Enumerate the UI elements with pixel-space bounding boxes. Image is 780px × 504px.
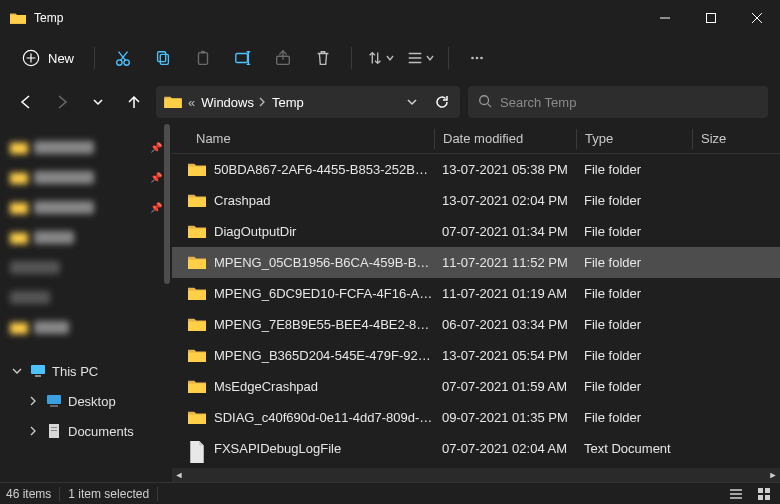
sidebar-this-pc[interactable]: This PC: [0, 356, 172, 386]
file-date: 13-07-2021 05:38 PM: [434, 162, 576, 177]
refresh-button[interactable]: [430, 88, 454, 116]
maximize-button[interactable]: [688, 0, 734, 36]
more-button[interactable]: [459, 42, 495, 74]
file-type: File folder: [576, 317, 692, 332]
file-row[interactable]: MPENG_7E8B9E55-BEE4-4BE2-819D-8BEF…06-07…: [172, 309, 780, 340]
quick-access-item[interactable]: 📌: [0, 132, 172, 162]
breadcrumb-label: Temp: [272, 95, 304, 110]
file-row[interactable]: 50BDA867-2AF6-4455-B853-252B8E414777…13-…: [172, 154, 780, 185]
minimize-button[interactable]: [642, 0, 688, 36]
scroll-left-icon[interactable]: ◄: [172, 468, 186, 482]
file-type: File folder: [576, 379, 692, 394]
breadcrumb-segment[interactable]: Windows: [201, 95, 266, 110]
copy-button[interactable]: [145, 42, 181, 74]
main-area: 📌 📌 📌 This PC Desktop Documents: [0, 124, 780, 482]
up-button[interactable]: [120, 88, 148, 116]
svg-point-2: [117, 60, 122, 65]
cut-button[interactable]: [105, 42, 141, 74]
file-row[interactable]: MPENG_05CB1956-B6CA-459B-B7DC-0F…11-07-2…: [172, 247, 780, 278]
file-row[interactable]: DiagOutputDir07-07-2021 01:34 PMFile fol…: [172, 216, 780, 247]
address-dropdown-button[interactable]: [400, 88, 424, 116]
svg-rect-24: [765, 495, 770, 500]
file-type: File folder: [576, 255, 692, 270]
back-button[interactable]: [12, 88, 40, 116]
status-bar: 46 items 1 item selected: [0, 482, 780, 504]
quick-access-item[interactable]: [0, 222, 172, 252]
breadcrumb-overflow-icon[interactable]: «: [188, 95, 195, 110]
file-type: File folder: [576, 224, 692, 239]
svg-rect-4: [158, 52, 166, 62]
plus-circle-icon: [22, 49, 40, 67]
svg-point-11: [476, 57, 479, 60]
sort-button[interactable]: [362, 42, 398, 74]
svg-rect-0: [707, 14, 716, 23]
column-header-name[interactable]: Name: [188, 129, 434, 149]
desktop-icon: [46, 393, 62, 409]
file-name: MsEdgeCrashpad: [214, 379, 434, 394]
recent-locations-button[interactable]: [84, 88, 112, 116]
file-row[interactable]: MPENG_6DC9ED10-FCFA-4F16-ADAE-EA…11-07-2…: [172, 278, 780, 309]
quick-access-item[interactable]: 📌: [0, 192, 172, 222]
folder-icon: [188, 255, 206, 271]
new-button[interactable]: New: [12, 45, 84, 71]
search-box[interactable]: [468, 86, 768, 118]
toolbar-divider: [94, 47, 95, 69]
file-row[interactable]: Crashpad13-07-2021 02:04 PMFile folder: [172, 185, 780, 216]
scroll-right-icon[interactable]: ►: [766, 468, 780, 482]
file-name: MPENG_B365D204-545E-479F-927B-5E58…: [214, 348, 434, 363]
svg-rect-14: [31, 365, 45, 374]
search-input[interactable]: [500, 95, 758, 110]
chevron-right-icon[interactable]: [26, 396, 40, 406]
horizontal-scrollbar[interactable]: ◄ ►: [172, 468, 780, 482]
column-header-type[interactable]: Type: [576, 129, 692, 149]
sidebar-documents[interactable]: Documents: [16, 416, 172, 446]
sidebar-desktop[interactable]: Desktop: [16, 386, 172, 416]
address-folder-icon: [164, 94, 182, 111]
breadcrumb-segment[interactable]: Temp: [272, 95, 304, 110]
file-row[interactable]: MPENG_B365D204-545E-479F-927B-5E58…13-07…: [172, 340, 780, 371]
quick-access-item[interactable]: [0, 282, 172, 312]
thumbnails-view-button[interactable]: [754, 485, 774, 503]
file-name: MPENG_6DC9ED10-FCFA-4F16-ADAE-EA…: [214, 286, 434, 301]
pin-icon: 📌: [150, 172, 162, 183]
svg-rect-17: [50, 405, 58, 407]
quick-access-item[interactable]: [0, 252, 172, 282]
svg-point-12: [480, 57, 483, 60]
file-type: File folder: [576, 348, 692, 363]
window-title: Temp: [34, 11, 63, 25]
column-header-date[interactable]: Date modified: [434, 129, 576, 149]
view-button[interactable]: [402, 42, 438, 74]
toolbar-divider: [351, 47, 352, 69]
delete-button[interactable]: [305, 42, 341, 74]
share-button[interactable]: [265, 42, 301, 74]
folder-icon: [188, 348, 206, 364]
close-button[interactable]: [734, 0, 780, 36]
file-date: 13-07-2021 05:54 PM: [434, 348, 576, 363]
rename-button[interactable]: [225, 42, 261, 74]
file-row[interactable]: SDIAG_c40f690d-0e11-4dd7-809d-261c5c…09-…: [172, 402, 780, 433]
sidebar-scrollbar[interactable]: [162, 124, 172, 482]
paste-button[interactable]: [185, 42, 221, 74]
chevron-down-icon[interactable]: [10, 366, 24, 376]
forward-button[interactable]: [48, 88, 76, 116]
file-name: DiagOutputDir: [214, 224, 434, 239]
file-row[interactable]: MsEdgeCrashpad07-07-2021 01:59 AMFile fo…: [172, 371, 780, 402]
chevron-right-icon[interactable]: [26, 426, 40, 436]
folder-icon: [188, 379, 206, 395]
quick-access-item[interactable]: [0, 312, 172, 342]
chevron-right-icon: [258, 97, 266, 107]
navigation-bar: « Windows Temp: [0, 80, 780, 124]
navigation-pane: 📌 📌 📌 This PC Desktop Documents: [0, 124, 172, 482]
file-name: 50BDA867-2AF6-4455-B853-252B8E414777…: [214, 162, 434, 177]
file-row[interactable]: FXSAPIDebugLogFile07-07-2021 02:04 AMTex…: [172, 433, 780, 464]
quick-access-item[interactable]: 📌: [0, 162, 172, 192]
file-name: SDIAG_c40f690d-0e11-4dd7-809d-261c5c…: [214, 410, 434, 425]
svg-rect-23: [758, 495, 763, 500]
details-view-button[interactable]: [726, 485, 746, 503]
documents-icon: [46, 423, 62, 439]
column-header-size[interactable]: Size: [692, 129, 750, 149]
address-bar[interactable]: « Windows Temp: [156, 86, 460, 118]
folder-icon: [188, 317, 206, 333]
status-item-count: 46 items: [6, 487, 51, 501]
column-headers: Name Date modified Type Size: [172, 124, 780, 154]
